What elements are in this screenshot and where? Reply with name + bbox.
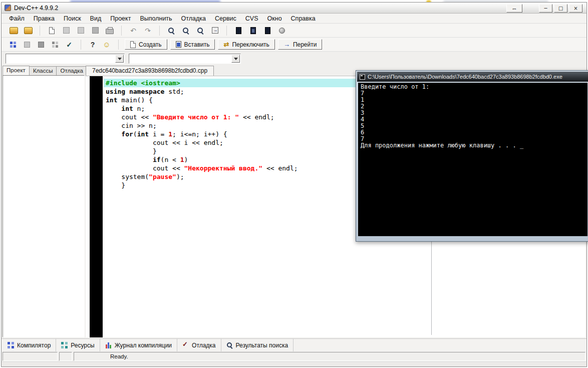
profile-stop-button[interactable] <box>22 40 33 50</box>
menu-item[interactable]: Правка <box>29 14 59 23</box>
report-tab-label: Отладка <box>192 342 215 349</box>
panel-tab[interactable]: Отладка <box>56 66 87 75</box>
print-button[interactable] <box>104 25 116 36</box>
toolbar-separator <box>159 26 160 36</box>
close-button[interactable]: × <box>569 4 582 13</box>
console-line: 6 <box>361 129 585 136</box>
new-project-icon <box>10 27 18 34</box>
report-tab-label: Журнал компиляции <box>115 342 172 349</box>
menu-item[interactable]: Файл <box>5 14 29 23</box>
console-line: 2 <box>361 103 585 110</box>
menu-item[interactable]: Поиск <box>59 14 86 23</box>
goto-line-button[interactable] <box>209 25 221 36</box>
replace-button[interactable] <box>194 25 206 36</box>
save-all-button[interactable] <box>75 25 87 36</box>
help-button[interactable]: ? <box>87 40 98 50</box>
report-tab-label: Ресурсы <box>71 342 94 349</box>
console-body[interactable]: Введите число от 1:71234567Для продолжен… <box>358 83 587 236</box>
toggle-button[interactable]: ⇄ Переключить <box>218 39 274 50</box>
status-panel-2 <box>59 352 72 361</box>
menu-item[interactable]: Проект <box>106 14 135 23</box>
syntax-check-button[interactable]: ✓ <box>64 40 75 50</box>
run-button[interactable] <box>247 25 259 36</box>
new-project-button[interactable] <box>8 25 20 36</box>
report-tab[interactable]: Ресурсы <box>56 339 100 351</box>
profile-button[interactable] <box>8 40 19 50</box>
compile-and-run-icon <box>265 27 270 34</box>
project-panel-tabs: ПроектКлассыОтладка <box>3 66 85 75</box>
find-in-files-icon <box>182 27 189 34</box>
compile-button[interactable] <box>232 25 244 36</box>
report-tab[interactable]: Отладка <box>177 339 221 351</box>
report-tabs: КомпиляторРесурсыЖурнал компиляцииОтладк… <box>2 338 586 351</box>
report-tab[interactable]: Журнал компиляции <box>100 339 177 351</box>
console-line: Введите число от 1: <box>361 84 585 90</box>
help-icon: ? <box>91 41 95 49</box>
save-all-icon <box>78 27 84 34</box>
layout-switch-button[interactable]: ⇔ <box>506 4 522 13</box>
report-tab[interactable]: Результаты поиска <box>221 339 294 351</box>
chevron-down-icon[interactable] <box>115 55 124 63</box>
profiling-button[interactable] <box>36 40 47 50</box>
console-line: Для продолжения нажмите любую клавишу . … <box>361 142 585 149</box>
find-button[interactable] <box>165 25 177 36</box>
toolbar-separator <box>40 26 40 36</box>
goto-button-label: Перейти <box>293 41 317 48</box>
maximize-button[interactable]: □ <box>554 4 567 13</box>
file-tab-label: 7edc640bacd27c3a893b8698b2fcdbd0.cpp <box>92 67 207 74</box>
menu-item[interactable]: Справка <box>286 14 320 23</box>
replace-icon <box>197 27 204 34</box>
chevron-down-icon[interactable] <box>231 55 240 63</box>
toolbar-separator <box>226 26 227 36</box>
close-icon: × <box>573 6 577 11</box>
close-file-button[interactable] <box>89 25 101 36</box>
paste-icon <box>176 41 181 48</box>
new-file-button[interactable] <box>46 25 58 36</box>
screen: Dev-C++ 4.9.9.2 ⇔ ─ □ × ФайлПравкаПоискВ… <box>0 0 588 368</box>
save-button[interactable] <box>60 25 72 36</box>
grid-icon <box>8 342 14 348</box>
editor-file-tab[interactable]: 7edc640bacd27c3a893b8698b2fcdbd0.cpp <box>86 66 214 76</box>
menu-item[interactable]: Сервис <box>210 14 241 23</box>
debug-button[interactable] <box>276 25 288 36</box>
menu-item[interactable]: Вид <box>86 14 106 23</box>
menu-item[interactable]: Окно <box>263 14 286 23</box>
chart-icon <box>105 342 112 348</box>
console-window: C:\Users\Пользователь\Downloads\7edc640b… <box>356 70 588 242</box>
create-button[interactable]: Создать <box>125 39 167 50</box>
title-bar[interactable]: Dev-C++ 4.9.9.2 ⇔ ─ □ × <box>2 3 586 14</box>
insert-button-label: Вставить <box>184 41 210 48</box>
status-bar: Ready. <box>2 351 586 361</box>
panel-tab[interactable]: Классы <box>29 66 57 75</box>
console-title-bar[interactable]: C:\Users\Пользователь\Downloads\7edc640b… <box>357 72 588 82</box>
window-list-button[interactable] <box>50 40 61 50</box>
menu-item[interactable]: CVS <box>241 14 263 23</box>
menu-item[interactable]: Отладка <box>177 14 210 23</box>
about-button[interactable]: ☺ <box>101 40 112 50</box>
class-combo[interactable] <box>6 54 125 64</box>
undo-icon: ↶ <box>130 27 136 35</box>
secondary-toolbar: ✓ ? ☺ Создать Вставить ⇄ Переключить → П… <box>2 38 586 52</box>
member-combo[interactable] <box>129 54 241 64</box>
grid-gray-icon <box>24 42 30 48</box>
panel-tab[interactable]: Проект <box>3 66 30 75</box>
find-in-files-button[interactable] <box>180 25 192 36</box>
report-tab[interactable]: Компилятор <box>3 339 56 351</box>
insert-button[interactable]: Вставить <box>170 39 215 50</box>
editor-gutter <box>90 76 103 337</box>
compile-and-run-button[interactable] <box>261 25 273 36</box>
menu-item[interactable]: Выполнить <box>135 14 176 23</box>
status-text: Ready. <box>110 353 128 359</box>
undo-button[interactable]: ↶ <box>127 25 139 36</box>
redo-button[interactable]: ↷ <box>142 25 154 36</box>
goto-button[interactable]: → Перейти <box>278 39 323 50</box>
resources-icon <box>61 342 68 348</box>
minimize-button[interactable]: ─ <box>539 4 552 13</box>
find-icon <box>168 27 175 34</box>
project-panel-body[interactable] <box>3 75 85 337</box>
redo-icon: ↷ <box>145 27 151 35</box>
check-icon <box>182 342 189 348</box>
close-file-icon <box>92 27 99 34</box>
open-project-button[interactable] <box>22 25 34 36</box>
swap-icon: ⇔ <box>511 5 517 12</box>
